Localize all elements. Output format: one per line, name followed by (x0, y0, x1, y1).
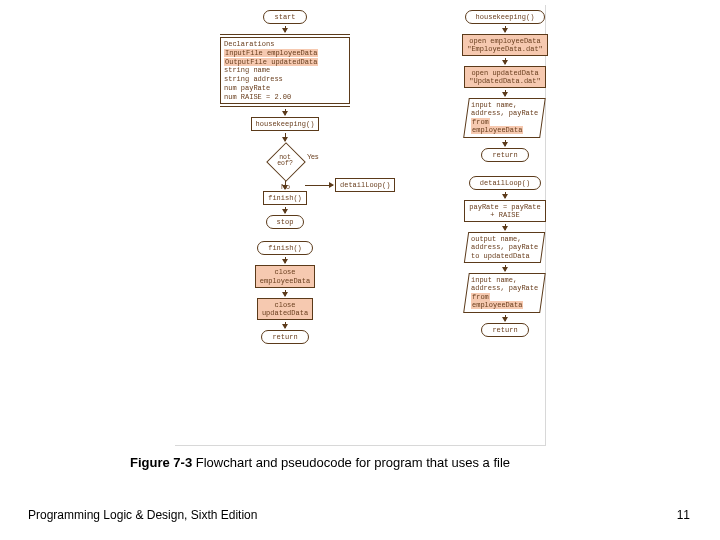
arrow (505, 140, 506, 146)
return-left: return (261, 330, 308, 344)
finish-terminal: finish() (257, 241, 313, 255)
open-employee: open employeeData "EmployeeData.dat" (462, 34, 548, 56)
return-hk: return (481, 148, 528, 162)
finish-call: finish() (263, 191, 307, 205)
close-updated: close updatedData (257, 298, 313, 320)
arrow (505, 26, 506, 32)
open-updated: open updatedData "UpdatedData.dat" (464, 66, 545, 88)
branch-yes: Yes (307, 153, 318, 160)
footer-left: Programming Logic & Design, Sixth Editio… (28, 508, 257, 522)
eof-decision: not eof? Yes No (267, 143, 303, 179)
caption-label: Figure 7-3 (130, 455, 192, 470)
page-number: 11 (677, 508, 690, 522)
close-employee: close employeeData (255, 265, 315, 287)
stop-terminal: stop (266, 215, 305, 229)
arrow (285, 133, 286, 141)
detailloop-terminal: detailLoop() (469, 176, 541, 190)
flowchart: start Declarations InputFile employeeDat… (170, 10, 630, 450)
arrow (285, 290, 286, 296)
input-employee-2: input name, address, payRate fromemploye… (464, 273, 547, 313)
return-detail: return (481, 323, 528, 337)
input-employee-1: input name, address, payRate fromemploye… (464, 98, 547, 138)
declarations-block: Declarations InputFile employeeDataOutpu… (220, 34, 350, 107)
arrow (505, 90, 506, 96)
output-record: output name, address, payRate to updated… (464, 232, 546, 263)
housekeeping-terminal: housekeeping() (465, 10, 546, 24)
arrow (285, 181, 286, 189)
housekeeping-call: housekeeping() (251, 117, 320, 131)
yes-connector (305, 185, 333, 186)
arrow (285, 207, 286, 213)
caption-text: Flowchart and pseudocode for program tha… (192, 455, 510, 470)
arrow (505, 224, 506, 230)
page-root: start Declarations InputFile employeeDat… (0, 0, 720, 540)
decl-title: Declarations (224, 40, 346, 49)
start-terminal: start (263, 10, 306, 24)
arrow (505, 58, 506, 64)
arrow (285, 109, 286, 115)
arrow (505, 315, 506, 321)
right-column: housekeeping() open employeeData "Employ… (430, 10, 580, 339)
figure-caption: Figure 7-3 Flowchart and pseudocode for … (130, 455, 510, 470)
arrow (505, 192, 506, 198)
arrow (285, 26, 286, 32)
arrow (285, 322, 286, 328)
detailloop-call: detailLoop() (335, 178, 395, 192)
arrow (285, 257, 286, 263)
arrow (505, 265, 506, 271)
payrate-calc: payRate = payRate + RAISE (464, 200, 545, 222)
